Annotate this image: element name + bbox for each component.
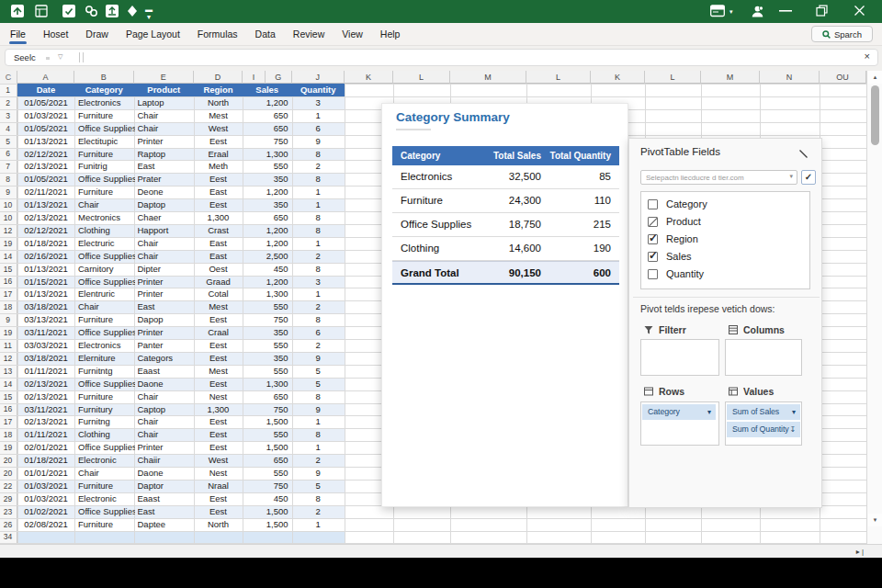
row-header-27[interactable]: 17: [0, 417, 16, 426]
cell[interactable]: 03/11/2021: [21, 403, 71, 416]
column-header-I[interactable]: I: [243, 71, 266, 84]
row-header-26[interactable]: 16: [0, 404, 16, 413]
cell[interactable]: Eest: [198, 415, 239, 428]
cell[interactable]: Printer: [138, 135, 196, 148]
cell[interactable]: East: [138, 300, 196, 313]
cell[interactable]: Eaast: [138, 365, 196, 378]
cell[interactable]: West: [198, 122, 239, 135]
cell[interactable]: 750: [246, 403, 288, 416]
qat-caret-icon[interactable]: ▬▾: [145, 6, 153, 21]
cell[interactable]: East: [138, 505, 196, 518]
cell[interactable]: Electronic: [78, 492, 135, 505]
cell[interactable]: Eest: [198, 352, 239, 365]
cell[interactable]: Eaast: [138, 492, 196, 505]
cell[interactable]: Mectronics: [78, 211, 135, 224]
cell[interactable]: Eest: [198, 313, 239, 326]
ribbon-tab-file[interactable]: File: [9, 27, 27, 43]
row-header-24[interactable]: 14: [0, 379, 16, 389]
cell[interactable]: 5: [296, 365, 342, 378]
field-checkbox-checked[interactable]: [648, 234, 658, 244]
column-header-K[interactable]: K: [591, 71, 645, 84]
cell[interactable]: 550: [246, 339, 288, 352]
cell[interactable]: 02/16/2021: [21, 250, 71, 263]
cell[interactable]: 01/02/2021: [21, 505, 71, 518]
cell[interactable]: Oest: [198, 263, 239, 276]
select-all-corner[interactable]: C: [0, 71, 17, 84]
cell[interactable]: Raptop: [138, 148, 196, 161]
cell[interactable]: Furnitntg: [78, 365, 135, 378]
row-header-7[interactable]: 7: [0, 162, 16, 171]
cell[interactable]: 2: [296, 250, 342, 263]
cell[interactable]: 8: [296, 263, 342, 276]
row-header-21[interactable]: 11: [0, 341, 16, 350]
cell[interactable]: Furniture: [78, 148, 135, 161]
cell[interactable]: 9: [296, 352, 342, 365]
cell[interactable]: 650: [246, 211, 288, 224]
restore-icon[interactable]: [816, 5, 828, 17]
column-header-L[interactable]: L: [526, 71, 591, 84]
cell[interactable]: 02/13/2021: [21, 211, 71, 224]
cell[interactable]: Office Supplies: [78, 326, 135, 339]
cell[interactable]: 8: [296, 428, 342, 441]
cell[interactable]: 01/03/2021: [21, 492, 71, 505]
cell[interactable]: 550: [246, 300, 288, 313]
field-checkbox-checked[interactable]: [648, 252, 658, 262]
cell[interactable]: 1: [296, 518, 342, 531]
cell[interactable]: Chaiir: [138, 454, 196, 467]
cell[interactable]: 450: [246, 263, 288, 276]
field-item-region[interactable]: Region: [648, 232, 698, 245]
flash-icon[interactable]: [127, 5, 138, 17]
cell[interactable]: Printer: [138, 276, 196, 288]
cell[interactable]: Chair: [138, 237, 196, 250]
ribbon-tab-hoset[interactable]: Hoset: [42, 27, 69, 43]
cell[interactable]: Eest: [198, 505, 239, 518]
cell[interactable]: Daone: [138, 467, 196, 480]
cell[interactable]: 8: [296, 173, 342, 186]
cell[interactable]: Daptor: [138, 480, 196, 492]
cell[interactable]: Happort: [138, 224, 196, 237]
ribbon-tab-page-layout[interactable]: Page Layout: [125, 27, 181, 43]
cell[interactable]: Furniture: [78, 390, 135, 403]
minimize-icon[interactable]: [779, 10, 792, 12]
pill-caret-icon[interactable]: ▾: [792, 404, 796, 420]
cell[interactable]: 01/13/2021: [21, 135, 71, 148]
cell[interactable]: 01/18/2021: [21, 454, 71, 467]
cell[interactable]: 750: [246, 480, 288, 492]
cell[interactable]: 1: [296, 186, 342, 198]
cell[interactable]: Printer: [138, 288, 196, 300]
cell[interactable]: 01/15/2021: [21, 276, 71, 288]
cell[interactable]: 8: [296, 211, 342, 224]
cell[interactable]: 1: [296, 288, 342, 300]
cell[interactable]: East: [138, 160, 196, 173]
fields-panel-pin-icon[interactable]: [798, 149, 808, 159]
row-header-14[interactable]: 14: [0, 252, 16, 261]
cell[interactable]: North: [198, 518, 239, 531]
column-header-M[interactable]: M: [701, 71, 760, 84]
row-header-4[interactable]: 4: [0, 124, 16, 133]
cell[interactable]: 1,300: [246, 288, 288, 300]
column-header-OU[interactable]: OU: [820, 71, 866, 84]
row-header-13[interactable]: 19: [0, 239, 16, 248]
row-header-9[interactable]: 9: [0, 187, 16, 197]
cell[interactable]: Furniture: [78, 186, 135, 198]
cell[interactable]: 1,200: [246, 276, 288, 288]
row-header-23[interactable]: 13: [0, 367, 16, 376]
cell[interactable]: Chair: [78, 198, 135, 211]
field-checkbox-unchecked[interactable]: [648, 269, 658, 279]
cell[interactable]: Eest: [198, 173, 239, 186]
scroll-up-icon[interactable]: ▲: [868, 71, 882, 84]
column-header-E[interactable]: E: [134, 71, 195, 84]
cell[interactable]: Captop: [138, 403, 196, 416]
cell[interactable]: 750: [246, 313, 288, 326]
cell[interactable]: 3: [296, 96, 342, 109]
row-header-8[interactable]: 8: [0, 175, 16, 184]
cell[interactable]: Panter: [138, 339, 196, 352]
cell[interactable]: Electitupic: [78, 135, 135, 148]
cell[interactable]: 550: [246, 428, 288, 441]
cell[interactable]: 1: [296, 415, 342, 428]
cell[interactable]: Daone: [138, 378, 196, 390]
row-header-32[interactable]: 22: [0, 481, 16, 491]
row-header-3[interactable]: 3: [0, 111, 16, 120]
cell[interactable]: Chair: [138, 415, 196, 428]
row-header-34[interactable]: 23: [0, 507, 16, 516]
